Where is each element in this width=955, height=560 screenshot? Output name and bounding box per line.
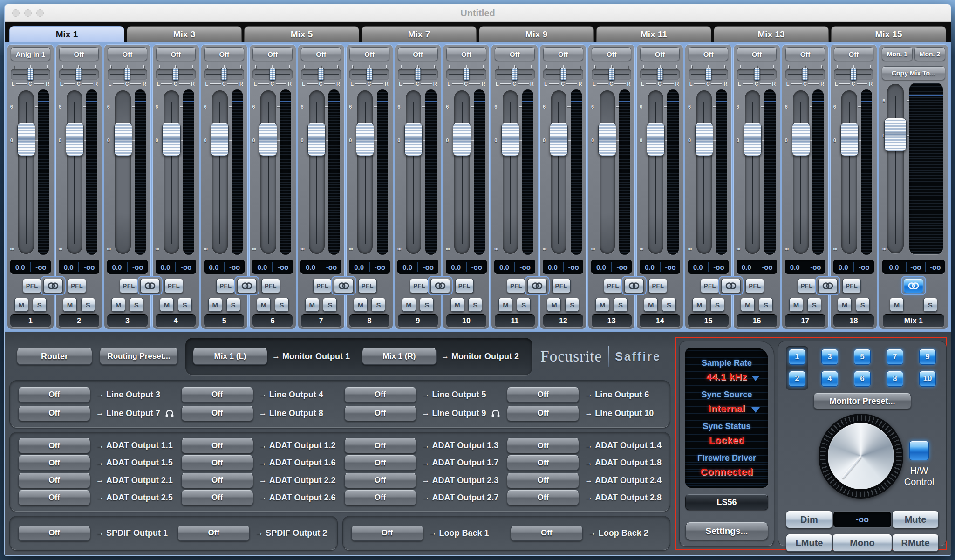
tab-mix-9[interactable]: Mix 9 — [479, 26, 594, 42]
dim-button[interactable]: Dim — [786, 511, 832, 528]
route-source-button[interactable]: Off — [344, 406, 416, 421]
tab-mix-1[interactable]: Mix 1 — [9, 26, 124, 42]
monitor-1-button[interactable]: Mon. 1 — [882, 47, 913, 61]
channel-source-button[interactable]: Off — [737, 47, 777, 61]
route-source-button[interactable]: Off — [18, 406, 90, 421]
fader-track[interactable] — [115, 90, 130, 254]
route-source-button[interactable]: Off — [507, 438, 579, 453]
pfl-button[interactable]: PFL — [701, 279, 719, 293]
fader-handle[interactable] — [501, 123, 519, 156]
lmute-button[interactable]: LMute — [786, 534, 832, 552]
pfl-button[interactable]: PFL — [552, 279, 571, 293]
pan-handle[interactable] — [463, 68, 469, 81]
fader-handle[interactable] — [550, 123, 568, 156]
pan-slider[interactable] — [11, 69, 51, 80]
stereo-link-button[interactable] — [334, 279, 354, 293]
close-window-button[interactable] — [12, 9, 20, 17]
pan-slider[interactable] — [592, 69, 632, 80]
route-source-button[interactable]: Off — [344, 387, 416, 403]
pan-slider[interactable] — [785, 69, 825, 80]
stereo-link-button[interactable] — [527, 279, 547, 293]
solo-button[interactable]: S — [565, 298, 579, 312]
route-source-button[interactable]: Off — [181, 490, 253, 505]
pan-slider[interactable] — [495, 69, 535, 80]
pfl-button[interactable]: PFL — [798, 279, 816, 293]
fader-track[interactable] — [212, 90, 227, 254]
stereo-link-button[interactable] — [624, 279, 644, 293]
route-source-button[interactable]: Off — [18, 473, 90, 488]
tab-mix-11[interactable]: Mix 11 — [596, 26, 711, 42]
stereo-link-button[interactable] — [140, 279, 160, 293]
dropdown-arrow-icon[interactable] — [751, 376, 760, 381]
mute-button[interactable]: M — [305, 298, 319, 312]
channel-source-button[interactable]: Off — [398, 47, 438, 61]
route-source-button[interactable]: Off — [181, 455, 253, 471]
master-stereo-link-button[interactable] — [904, 279, 923, 293]
fader-handle[interactable] — [114, 123, 132, 156]
fader-handle[interactable] — [307, 123, 326, 156]
solo-button[interactable]: S — [226, 298, 240, 312]
pan-slider[interactable] — [204, 69, 244, 80]
master-mute-button[interactable]: M — [890, 298, 904, 312]
route-source-button[interactable]: Off — [344, 455, 416, 471]
monitor-2-button[interactable]: Mon. 2 — [914, 47, 945, 61]
pan-handle[interactable] — [560, 68, 566, 81]
pfl-button[interactable]: PFL — [313, 279, 332, 293]
solo-button[interactable]: S — [614, 298, 628, 312]
monitor-speaker-button-5[interactable]: 5 — [854, 349, 871, 365]
channel-source-button[interactable]: Off — [834, 47, 874, 61]
status-value[interactable]: Internal — [686, 403, 767, 414]
solo-button[interactable]: S — [81, 298, 95, 312]
fader-track[interactable] — [503, 90, 518, 254]
pan-slider[interactable] — [543, 69, 583, 80]
pfl-button[interactable]: PFL — [604, 279, 622, 293]
mute-button[interactable]: M — [498, 298, 512, 312]
fader-handle[interactable] — [162, 123, 180, 156]
mute-button[interactable]: M — [450, 298, 464, 312]
pan-handle[interactable] — [754, 68, 760, 81]
fader-handle[interactable] — [17, 123, 35, 156]
solo-button[interactable]: S — [856, 298, 870, 312]
pan-handle[interactable] — [124, 68, 130, 81]
route-source-button[interactable]: Off — [181, 473, 253, 488]
pan-slider[interactable] — [252, 69, 293, 80]
fader-handle[interactable] — [744, 123, 762, 156]
fader-track[interactable] — [454, 90, 470, 254]
route-source-button[interactable]: Off — [18, 387, 90, 403]
fader-track[interactable] — [67, 90, 82, 254]
solo-button[interactable]: S — [371, 298, 385, 312]
pfl-button[interactable]: PFL — [507, 279, 525, 293]
fader-track[interactable] — [260, 90, 276, 254]
pfl-button[interactable]: PFL — [216, 279, 235, 293]
route-source-button[interactable]: Off — [351, 526, 423, 541]
rmute-button[interactable]: RMute — [892, 534, 939, 552]
tab-mix-15[interactable]: Mix 15 — [831, 26, 946, 42]
tab-mix-7[interactable]: Mix 7 — [362, 26, 477, 42]
pan-handle[interactable] — [367, 68, 373, 81]
mono-button[interactable]: Mono — [832, 534, 892, 552]
channel-source-button[interactable]: Anlg In 1 — [11, 47, 51, 61]
master-solo-button[interactable]: S — [923, 298, 937, 312]
hw-control-toggle[interactable] — [909, 441, 929, 460]
pan-handle[interactable] — [270, 68, 276, 81]
pan-slider[interactable] — [640, 69, 680, 80]
fader-handle[interactable] — [259, 123, 277, 156]
master-fader-handle[interactable] — [884, 118, 907, 151]
route-source-button[interactable]: Off — [181, 387, 253, 403]
pfl-button[interactable]: PFL — [842, 279, 861, 293]
stereo-link-button[interactable] — [818, 279, 838, 293]
fader-track[interactable] — [696, 90, 712, 254]
stereo-link-button[interactable] — [721, 279, 741, 293]
solo-button[interactable]: S — [178, 298, 192, 312]
fader-handle[interactable] — [792, 123, 810, 156]
channel-source-button[interactable]: Off — [252, 47, 293, 61]
dropdown-arrow-icon[interactable] — [751, 407, 760, 413]
fader-handle[interactable] — [211, 123, 229, 156]
pfl-button[interactable]: PFL — [648, 279, 667, 293]
channel-source-button[interactable]: Off — [592, 47, 632, 61]
channel-source-button[interactable]: Off — [543, 47, 583, 61]
pan-handle[interactable] — [608, 68, 614, 81]
solo-button[interactable]: S — [662, 298, 676, 312]
pan-handle[interactable] — [705, 68, 711, 81]
monitor-speaker-button-1[interactable]: 1 — [789, 349, 805, 365]
